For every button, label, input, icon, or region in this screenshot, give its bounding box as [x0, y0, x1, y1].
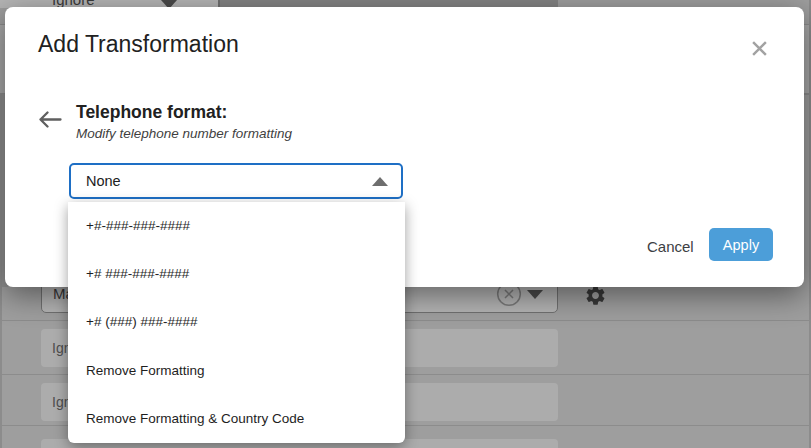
format-option[interactable]: Remove Formatting — [68, 347, 405, 395]
back-arrow-icon[interactable] — [33, 107, 65, 131]
bg-table-border-right — [809, 0, 811, 448]
chevron-up-icon — [372, 177, 388, 186]
apply-button[interactable]: Apply — [709, 228, 773, 261]
selected-format-value: None — [86, 165, 121, 197]
page: { "modal": { "title": "Add Transformatio… — [0, 0, 811, 448]
telephone-format-select[interactable]: None — [69, 163, 403, 199]
format-option[interactable]: +# ###-###-#### — [68, 250, 405, 298]
close-icon[interactable] — [743, 32, 775, 64]
dialog-title: Add Transformation — [38, 29, 239, 59]
chevron-down-icon[interactable] — [527, 290, 543, 299]
gear-icon[interactable] — [584, 284, 607, 307]
format-option[interactable]: +# (###) ###-#### — [68, 298, 405, 346]
transformation-description: Modify telephone number formatting — [76, 126, 292, 141]
cancel-button[interactable]: Cancel — [635, 231, 706, 262]
transformation-name: Telephone format: — [76, 102, 227, 123]
format-option[interactable]: Remove Formatting & Country Code — [68, 395, 405, 443]
format-options-listbox: +#-###-###-#### +# ###-###-#### +# (###)… — [68, 202, 405, 443]
format-option[interactable]: +#-###-###-#### — [68, 202, 405, 250]
